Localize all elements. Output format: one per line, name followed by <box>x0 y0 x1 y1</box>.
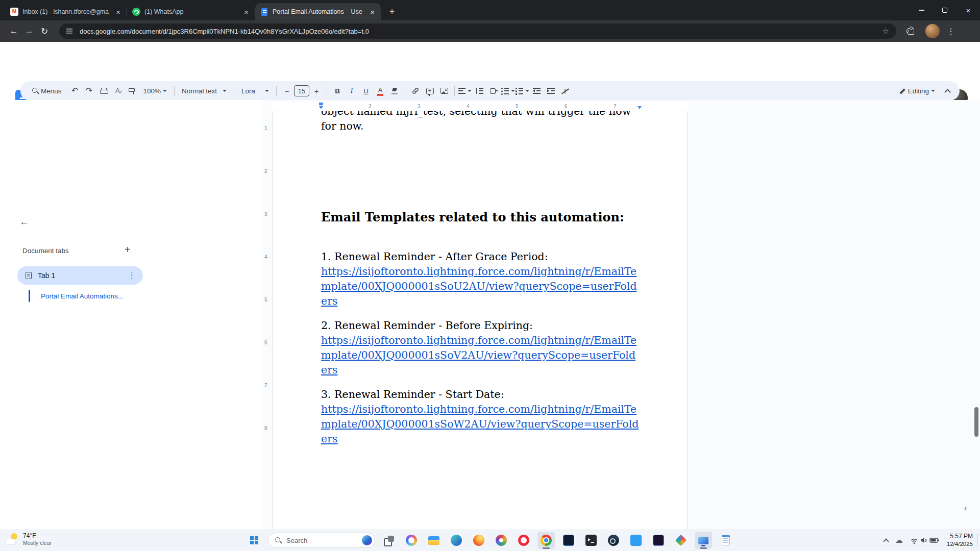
browser-tab-docs-active[interactable]: Portal Email Automations – Use × <box>255 3 381 20</box>
browser-profile-avatar[interactable] <box>925 24 940 38</box>
left-indent-marker[interactable] <box>319 106 323 109</box>
copilot-button[interactable] <box>403 532 420 549</box>
vertical-scrollbar[interactable] <box>974 100 979 530</box>
paragraph-style-select[interactable]: Normal text <box>178 84 231 98</box>
photos-button[interactable] <box>493 532 510 549</box>
font-size-input[interactable]: 15 <box>294 85 309 96</box>
start-button[interactable] <box>246 532 263 549</box>
firefox-button[interactable] <box>470 532 487 549</box>
tab-close-icon[interactable]: × <box>243 8 250 16</box>
notepad-button[interactable] <box>717 532 734 549</box>
clear-formatting-button[interactable]: T <box>558 84 572 98</box>
steam-button[interactable] <box>605 532 622 549</box>
back-icon[interactable]: ← <box>6 26 21 36</box>
redo-button[interactable]: ↷ <box>82 84 96 98</box>
font-family-select[interactable]: Lora <box>237 84 273 98</box>
insert-link-button[interactable] <box>408 84 423 98</box>
network-volume-battery-icons[interactable] <box>910 536 940 544</box>
browser-tab-whatsapp[interactable]: (1) WhatsApp × <box>127 3 255 20</box>
insert-comment-button[interactable] <box>423 84 437 98</box>
checklist-button[interactable] <box>486 84 501 98</box>
outline-heading-item[interactable]: Portal Email Automations... <box>41 292 124 300</box>
forward-icon[interactable]: → <box>21 26 37 36</box>
browser-tab-gmail[interactable]: M Inbox (1) - ishann.tforce@gma × <box>5 3 127 20</box>
zoom-select[interactable]: 100% <box>139 84 172 98</box>
highlight-color-button[interactable] <box>387 84 402 98</box>
task-view-button[interactable] <box>380 532 398 549</box>
document-page[interactable]: object named hijri_test, selecting that … <box>272 111 688 530</box>
tab-close-icon[interactable]: × <box>115 8 121 16</box>
tab-title: (1) WhatsApp <box>144 8 240 15</box>
collapse-panel-chevron-icon[interactable]: ‹ <box>964 503 967 513</box>
increase-font-size-button[interactable]: + <box>309 84 324 98</box>
hidden-icons-chevron-icon[interactable] <box>883 538 889 544</box>
template-link[interactable]: https://isijoftoronto.lightning.force.co… <box>321 333 640 378</box>
line-spacing-button[interactable] <box>472 84 486 98</box>
print-button[interactable] <box>96 84 111 98</box>
right-indent-marker[interactable] <box>638 106 642 109</box>
decrease-indent-button[interactable] <box>529 84 544 98</box>
undo-button[interactable]: ↶ <box>68 84 82 98</box>
taskbar-search[interactable]: Search <box>268 533 375 548</box>
tab-close-icon[interactable]: × <box>369 8 376 16</box>
editing-mode-button[interactable]: Editing <box>894 84 940 98</box>
ruler-number: 6 <box>565 104 568 109</box>
site-settings-icon[interactable] <box>66 29 72 34</box>
window-maximize-button[interactable] <box>933 0 957 20</box>
paint-format-button[interactable] <box>125 84 139 98</box>
checklist-icon <box>490 88 498 94</box>
edge-icon <box>451 535 462 546</box>
terminal-icon <box>585 535 597 546</box>
menus-button[interactable]: Menus <box>26 84 68 98</box>
url-bar[interactable]: docs.google.com/document/d/1jpc3R6Cmpii0… <box>59 23 896 39</box>
numbered-list-button[interactable] <box>515 84 529 98</box>
toolbar-divider <box>405 86 405 96</box>
show-desktop-divider[interactable] <box>977 534 978 547</box>
onedrive-icon[interactable]: ☁ <box>895 536 903 545</box>
file-explorer-button[interactable] <box>425 532 443 549</box>
new-tab-button[interactable]: + <box>385 5 399 19</box>
first-line-indent-marker[interactable] <box>319 103 323 105</box>
reload-icon[interactable]: ↻ <box>37 26 52 37</box>
vruler-number: 1 <box>264 126 267 131</box>
bookmark-star-icon[interactable]: ☆ <box>883 27 889 36</box>
taskbar-clock[interactable]: 5:57 PM 12/4/2025 <box>947 533 973 548</box>
diamond-app-button[interactable] <box>672 532 690 549</box>
close-panel-back-icon[interactable]: ← <box>19 216 29 228</box>
scrollbar-thumb[interactable] <box>974 407 978 437</box>
vscode-button[interactable] <box>627 532 645 549</box>
browser-menu-icon[interactable]: ⋮ <box>947 27 955 36</box>
display-app-button-active[interactable] <box>695 532 712 549</box>
bulleted-list-button[interactable] <box>501 84 515 98</box>
insert-image-button[interactable] <box>437 84 451 98</box>
terminal-button[interactable] <box>582 532 600 549</box>
url-text[interactable]: docs.google.com/document/d/1jpc3R6Cmpii0… <box>80 28 883 35</box>
tab-options-icon[interactable]: ⋮ <box>128 271 136 280</box>
bold-button[interactable]: B <box>330 84 345 98</box>
window-minimize-button[interactable] <box>910 0 933 20</box>
pencil-icon <box>899 88 906 94</box>
extensions-icon[interactable] <box>908 28 914 35</box>
spellcheck-button[interactable]: A✓ <box>111 84 125 98</box>
decrease-font-size-button[interactable]: − <box>280 84 294 98</box>
add-tab-button[interactable]: + <box>125 244 131 256</box>
photoshop-button[interactable] <box>560 532 577 549</box>
file-explorer-icon <box>428 536 439 545</box>
chevron-up-icon <box>944 89 951 95</box>
align-button[interactable] <box>458 84 472 98</box>
text-color-button[interactable]: A <box>373 84 387 98</box>
edge-button[interactable] <box>448 532 465 549</box>
doc-tab-item-selected[interactable]: Tab 1 ⋮ <box>17 266 143 285</box>
template-link[interactable]: https://isijoftoronto.lightning.force.co… <box>321 402 640 446</box>
premiere-button[interactable] <box>650 532 667 549</box>
chrome-button-active[interactable] <box>537 532 555 549</box>
italic-button[interactable]: I <box>345 84 359 98</box>
hide-menus-button[interactable] <box>940 84 954 98</box>
underline-button[interactable]: U <box>359 84 373 98</box>
template-link[interactable]: https://isijoftoronto.lightning.force.co… <box>321 264 640 309</box>
line-spacing-icon <box>476 88 483 94</box>
window-close-button[interactable]: × <box>957 0 980 20</box>
bing-icon <box>362 535 372 545</box>
increase-indent-button[interactable] <box>544 84 558 98</box>
opera-button[interactable] <box>515 532 532 549</box>
